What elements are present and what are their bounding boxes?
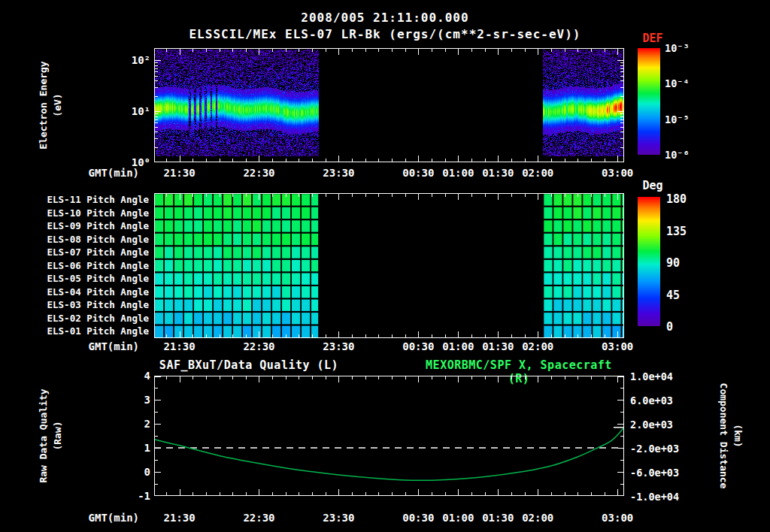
pitch-row-label: ELS-07 Pitch Angle: [38, 246, 149, 258]
x-tick-label: 21:30: [161, 512, 199, 524]
deg-colorbar-tick-label: 180: [666, 192, 687, 206]
x-tick-label: 21:30: [161, 340, 199, 352]
gmt-axis-label-3: GMT(min): [64, 512, 139, 524]
pitch-angle-canvas: [154, 193, 624, 338]
pitch-row-label: ELS-03 Pitch Angle: [38, 299, 149, 311]
x-tick-label: 23:30: [320, 167, 357, 179]
deg-colorbar: [638, 197, 660, 326]
x-tick-label: 03:00: [599, 340, 636, 352]
x-tick-label: 01:30: [479, 340, 517, 352]
panel3-y-tick-label: 4: [111, 370, 150, 382]
def-colorbar: [638, 48, 660, 155]
x-tick-label: 00:30: [399, 340, 437, 352]
gmt-axis-label-2: GMT(min): [64, 340, 139, 352]
x-tick-label: 03:00: [599, 167, 636, 179]
panel3-right-axis-units: (km): [733, 424, 743, 447]
quality-distance-plot-canvas: [154, 376, 624, 496]
deg-colorbar-tick-label: 90: [666, 256, 680, 270]
panel3-right-tick-label: -6.0e+03: [630, 467, 693, 479]
x-tick-label: 22:30: [240, 512, 277, 524]
deg-colorbar-title: Deg: [635, 179, 670, 192]
x-tick-label: 02:00: [519, 512, 556, 524]
panel3-right-tick-label: 1.0e+04: [630, 370, 693, 382]
panel3-y-tick-label: 0: [111, 466, 150, 478]
electron-energy-spectrogram-canvas: [154, 48, 624, 162]
x-tick-label: 00:30: [399, 512, 437, 524]
def-colorbar-tick-label: 10⁻⁵: [665, 113, 690, 125]
deg-colorbar-tick-label: 135: [666, 225, 687, 238]
deg-colorbar-tick-label: 45: [666, 289, 680, 302]
deg-colorbar-tick-label: 0: [666, 320, 673, 334]
panel3-right-tick-label: 2.0e+03: [630, 419, 693, 431]
panel3-y-tick-label: 1: [111, 442, 150, 454]
x-tick-label: 23:30: [320, 512, 357, 524]
panel3-right-axis-label: Component Distance: [719, 383, 729, 489]
pitch-row-label: ELS-05 Pitch Angle: [38, 273, 149, 285]
panel3-right-tick-label: -2.0e+03: [630, 443, 693, 455]
pitch-row-label: ELS-01 Pitch Angle: [38, 325, 149, 337]
panel3-y-axis-units: (Raw): [53, 421, 62, 450]
panel1-y-tick-label: 10⁰: [111, 156, 150, 168]
x-tick-label: 21:30: [161, 167, 199, 179]
x-tick-label: 22:30: [240, 167, 277, 179]
els-quicklook-plot: 2008/005 21:11:00.000 ELSSCIL/MEx ELS-07…: [0, 0, 770, 532]
pitch-row-label: ELS-11 Pitch Angle: [38, 194, 149, 206]
panel3-y-axis-label: Raw Data Quality: [38, 388, 48, 482]
x-tick-label: 01:30: [479, 167, 517, 179]
def-colorbar-tick-label: 10⁻³: [665, 42, 690, 54]
date-title: 2008/005 21:11:00.000: [0, 11, 770, 25]
x-tick-label: 23:30: [320, 340, 357, 352]
pitch-row-label: ELS-04 Pitch Angle: [38, 286, 149, 298]
x-tick-label: 03:00: [599, 512, 636, 524]
panel1-y-axis-label: Electron Energy: [38, 61, 48, 149]
pitch-row-label: ELS-06 Pitch Angle: [38, 260, 149, 272]
x-tick-label: 01:00: [439, 512, 477, 524]
panel1-y-tick-label: 10¹: [111, 105, 150, 117]
panel3-right-tick-label: 6.0e+03: [630, 394, 693, 407]
x-tick-label: 02:00: [519, 340, 556, 352]
gmt-axis-label-1: GMT(min): [64, 167, 139, 179]
panel3-right-tick-label: -1.0e+04: [630, 491, 693, 503]
x-tick-label: 00:30: [399, 167, 437, 179]
panel1-y-tick-label: 10²: [111, 54, 150, 66]
x-tick-label: 01:30: [479, 512, 517, 524]
x-tick-label: 01:00: [439, 340, 477, 352]
panel3-y-tick-label: -1: [111, 490, 150, 502]
def-colorbar-tick-label: 10⁻⁶: [665, 149, 690, 161]
panel3-left-title: SAF_BXuT/Data Quality (L): [154, 358, 344, 372]
pitch-row-label: ELS-08 Pitch Angle: [38, 234, 149, 246]
panel3-y-tick-label: 2: [111, 418, 150, 430]
x-tick-label: 01:00: [439, 167, 477, 179]
pitch-row-label: ELS-10 Pitch Angle: [38, 207, 149, 219]
pitch-row-label: ELS-02 Pitch Angle: [38, 313, 149, 325]
panel3-y-tick-label: 3: [111, 394, 150, 406]
pitch-row-label: ELS-09 Pitch Angle: [38, 220, 149, 232]
x-tick-label: 22:30: [240, 340, 277, 352]
panel1-y-axis-units: (eV): [53, 93, 62, 116]
x-tick-label: 02:00: [519, 167, 556, 179]
def-colorbar-tick-label: 10⁻⁴: [665, 77, 690, 89]
